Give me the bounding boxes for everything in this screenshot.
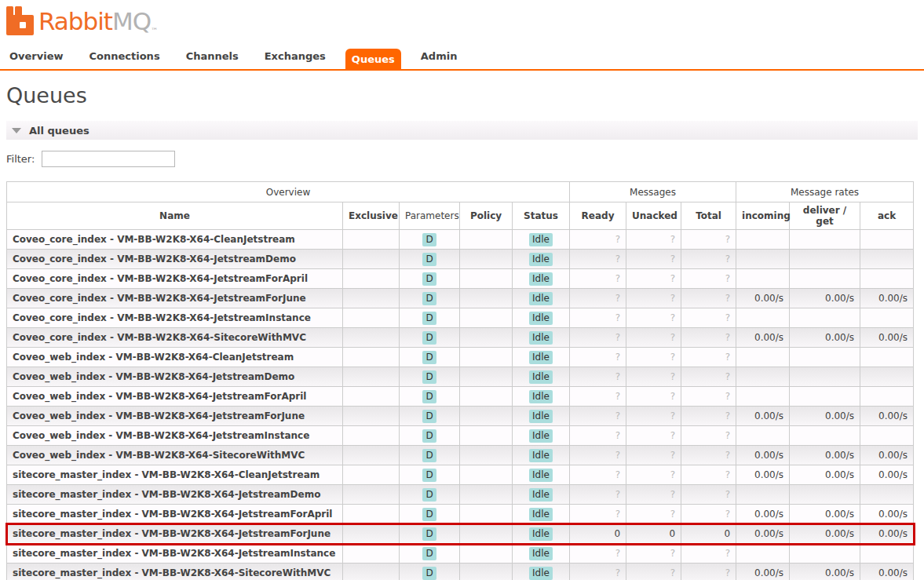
queue-name-link[interactable]: sitecore_master_index - VM-BB-W2K8-X64-J… [7,524,343,544]
status-cell: Idle [513,446,570,465]
tab-queues[interactable]: Queues [345,49,401,69]
col-header-policy[interactable]: Policy [460,202,513,230]
queue-name-link[interactable]: Coveo_web_index - VM-BB-W2K8-X64-Jetstre… [7,367,343,387]
queue-name-link[interactable]: sitecore_master_index - VM-BB-W2K8-X64-S… [7,564,343,580]
table-row[interactable]: sitecore_master_index - VM-BB-W2K8-X64-S… [7,564,914,580]
logo-text-rabbit: Rabbit [38,6,112,36]
deliver-get-cell [790,485,860,505]
table-row[interactable]: Coveo_core_index - VM-BB-W2K8-X64-Jetstr… [7,250,914,269]
ack-cell [860,269,914,289]
queue-name-link[interactable]: sitecore_master_index - VM-BB-W2K8-X64-C… [7,465,343,485]
table-row[interactable]: Coveo_core_index - VM-BB-W2K8-X64-Jetstr… [7,308,914,328]
status-cell: Idle [513,564,570,580]
parameters-cell: D [400,544,460,564]
parameters-cell: D [400,524,460,544]
tab-overview[interactable]: Overview [9,46,64,69]
table-row[interactable]: Coveo_core_index - VM-BB-W2K8-X64-Jetstr… [7,289,914,308]
status-badge: Idle [529,331,553,345]
table-row[interactable]: Coveo_web_index - VM-BB-W2K8-X64-Sitecor… [7,446,914,465]
rabbitmq-logo[interactable]: RabbitMQ™ [6,6,158,36]
total-cell: ? [681,269,736,289]
durable-badge: D [422,488,436,502]
status-cell: Idle [513,505,570,524]
durable-badge: D [422,253,436,266]
col-header-unacked[interactable]: Unacked [626,202,681,230]
queue-name-link[interactable]: Coveo_web_index - VM-BB-W2K8-X64-Jetstre… [7,407,343,426]
col-header-name[interactable]: Name [7,202,343,230]
durable-badge: D [422,508,436,521]
table-row[interactable]: Coveo_core_index - VM-BB-W2K8-X64-Jetstr… [7,269,914,289]
ready-cell: ? [570,250,626,269]
col-header-deliver-get[interactable]: deliver / get [790,202,860,230]
exclusive-cell [343,308,400,328]
col-header-exclusive[interactable]: Exclusive [343,202,400,230]
unacked-cell: ? [626,564,681,580]
deliver-get-cell [790,544,860,564]
deliver-get-cell [790,269,860,289]
table-row[interactable]: Coveo_core_index - VM-BB-W2K8-X64-Siteco… [7,328,914,348]
queue-name-link[interactable]: Coveo_core_index - VM-BB-W2K8-X64-Siteco… [7,328,343,348]
table-row[interactable]: Coveo_web_index - VM-BB-W2K8-X64-Jetstre… [7,367,914,387]
unacked-cell: ? [626,426,681,446]
status-cell: Idle [513,485,570,505]
status-cell: Idle [513,465,570,485]
queue-name-link[interactable]: sitecore_master_index - VM-BB-W2K8-X64-J… [7,505,343,524]
queue-name-link[interactable]: sitecore_master_index - VM-BB-W2K8-X64-J… [7,485,343,505]
queue-name-link[interactable]: Coveo_core_index - VM-BB-W2K8-X64-Jetstr… [7,289,343,308]
queue-name-link[interactable]: Coveo_web_index - VM-BB-W2K8-X64-Sitecor… [7,446,343,465]
durable-badge: D [422,449,436,462]
ack-cell: 0.00/s [860,505,914,524]
table-row[interactable]: sitecore_master_index - VM-BB-W2K8-X64-J… [7,485,914,505]
col-header-incoming[interactable]: incoming [736,202,790,230]
policy-cell [460,269,513,289]
incoming-cell: 0.00/s [736,328,790,348]
queue-name-link[interactable]: Coveo_web_index - VM-BB-W2K8-X64-CleanJe… [7,348,343,367]
queue-name-link[interactable]: Coveo_core_index - VM-BB-W2K8-X64-Jetstr… [7,269,343,289]
deliver-get-cell: 0.00/s [790,407,860,426]
deliver-get-cell [790,250,860,269]
all-queues-section-header[interactable]: All queues [6,121,918,140]
tab-connections[interactable]: Connections [89,46,160,69]
policy-cell [460,230,513,250]
parameters-cell: D [400,308,460,328]
table-row[interactable]: Coveo_web_index - VM-BB-W2K8-X64-CleanJe… [7,348,914,367]
table-row[interactable]: Coveo_core_index - VM-BB-W2K8-X64-CleanJ… [7,230,914,250]
queue-name-link[interactable]: Coveo_web_index - VM-BB-W2K8-X64-Jetstre… [7,387,343,407]
parameters-cell: D [400,505,460,524]
table-row[interactable]: Coveo_web_index - VM-BB-W2K8-X64-Jetstre… [7,426,914,446]
table-row[interactable]: Coveo_web_index - VM-BB-W2K8-X64-Jetstre… [7,387,914,407]
tab-admin[interactable]: Admin [421,46,458,69]
tab-exchanges[interactable]: Exchanges [265,46,326,69]
exclusive-cell [343,426,400,446]
table-row[interactable]: sitecore_master_index - VM-BB-W2K8-X64-J… [7,505,914,524]
durable-badge: D [422,312,436,325]
total-cell: ? [681,426,736,446]
table-row[interactable]: sitecore_master_index - VM-BB-W2K8-X64-J… [7,524,914,544]
durable-badge: D [422,527,436,541]
queue-name-link[interactable]: Coveo_core_index - VM-BB-W2K8-X64-CleanJ… [7,230,343,250]
ready-cell: ? [570,544,626,564]
queue-name-link[interactable]: sitecore_master_index - VM-BB-W2K8-X64-J… [7,544,343,564]
group-header-message-rates: Message rates [736,182,914,202]
status-badge: Idle [529,547,553,560]
exclusive-cell [343,544,400,564]
col-header-status[interactable]: Status [513,202,570,230]
queue-name-link[interactable]: Coveo_core_index - VM-BB-W2K8-X64-Jetstr… [7,308,343,328]
filter-input[interactable] [42,151,175,167]
col-header-total[interactable]: Total [681,202,736,230]
table-row[interactable]: Coveo_web_index - VM-BB-W2K8-X64-Jetstre… [7,407,914,426]
col-header-ack[interactable]: ack [860,202,914,230]
total-cell: ? [681,446,736,465]
parameters-cell: D [400,348,460,367]
status-cell: Idle [513,289,570,308]
status-cell: Idle [513,524,570,544]
table-row[interactable]: sitecore_master_index - VM-BB-W2K8-X64-C… [7,465,914,485]
queue-name-link[interactable]: Coveo_core_index - VM-BB-W2K8-X64-Jetstr… [7,250,343,269]
incoming-cell [736,308,790,328]
table-row[interactable]: sitecore_master_index - VM-BB-W2K8-X64-J… [7,544,914,564]
ready-cell: ? [570,308,626,328]
durable-badge: D [422,233,436,246]
queue-name-link[interactable]: Coveo_web_index - VM-BB-W2K8-X64-Jetstre… [7,426,343,446]
tab-channels[interactable]: Channels [186,46,239,69]
col-header-ready[interactable]: Ready [570,202,626,230]
